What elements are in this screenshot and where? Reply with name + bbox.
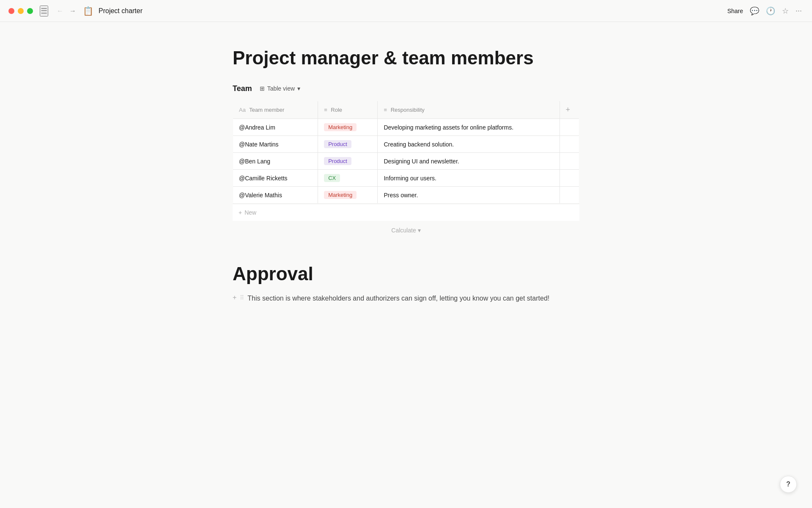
drag-handle: ⠿: [240, 294, 244, 301]
role-tag-4: Marketing: [324, 191, 357, 199]
new-row-button[interactable]: + New: [233, 204, 579, 221]
comment-button[interactable]: 💬: [750, 6, 759, 16]
column-header-role[interactable]: ≡ Role: [318, 101, 378, 119]
column-label-responsibility: Responsibility: [391, 107, 425, 113]
table-row: @Ben Lang Product Designing UI and newsl…: [233, 153, 579, 170]
column-label-role: Role: [331, 107, 342, 113]
table-row: @Andrea Lim Marketing Developing marketi…: [233, 119, 579, 136]
doc-icon: 📋: [83, 6, 93, 16]
role-tag-2: Product: [324, 157, 351, 165]
approval-row: + ⠿ This section is where stakeholders a…: [233, 293, 579, 304]
cell-add-1: [560, 136, 579, 153]
history-button[interactable]: 🕐: [766, 6, 775, 16]
minimize-button[interactable]: [18, 8, 24, 14]
team-label: Team: [233, 84, 252, 93]
new-row-label: New: [244, 209, 256, 216]
help-button[interactable]: ?: [780, 476, 797, 493]
column-header-add: +: [560, 101, 579, 119]
cell-member-0[interactable]: @Andrea Lim: [233, 119, 318, 136]
chevron-down-icon: ▾: [297, 85, 300, 92]
traffic-lights: [8, 8, 33, 14]
cell-role-2[interactable]: Product: [318, 153, 378, 170]
sidebar-toggle-button[interactable]: ☰: [40, 6, 48, 17]
approval-add-button[interactable]: +: [233, 294, 236, 301]
role-tag-0: Marketing: [324, 123, 357, 131]
column-header-member[interactable]: Aa Team member: [233, 101, 318, 119]
role-tag-1: Product: [324, 140, 351, 148]
forward-button[interactable]: →: [68, 6, 78, 16]
cell-responsibility-3[interactable]: Informing our users.: [378, 170, 560, 187]
favorite-button[interactable]: ☆: [782, 6, 789, 16]
view-toggle-button[interactable]: ⊞ Table view ▾: [256, 84, 304, 93]
cell-add-4: [560, 187, 579, 204]
cell-add-2: [560, 153, 579, 170]
titlebar-actions: Share 💬 🕐 ☆ ···: [727, 6, 802, 16]
page-title: Project charter: [99, 7, 143, 15]
cell-role-4[interactable]: Marketing: [318, 187, 378, 204]
main-content: Project manager & team members Team ⊞ Ta…: [216, 22, 596, 329]
cell-member-2[interactable]: @Ben Lang: [233, 153, 318, 170]
cell-responsibility-0[interactable]: Developing marketing assets for online p…: [378, 119, 560, 136]
cell-responsibility-1[interactable]: Creating backend solution.: [378, 136, 560, 153]
calculate-label: Calculate: [391, 227, 416, 234]
cell-role-1[interactable]: Product: [318, 136, 378, 153]
cell-role-0[interactable]: Marketing: [318, 119, 378, 136]
cell-add-3: [560, 170, 579, 187]
table-row: @Valerie Mathis Marketing Press owner.: [233, 187, 579, 204]
table-row: @Camille Ricketts CX Informing our users…: [233, 170, 579, 187]
column-label-member: Team member: [249, 107, 284, 113]
table-icon: ⊞: [260, 85, 265, 92]
page-heading: Project manager & team members: [233, 47, 579, 69]
approval-description: This section is where stakeholders and a…: [247, 293, 549, 304]
maximize-button[interactable]: [27, 8, 33, 14]
table-row: @Nate Martins Product Creating backend s…: [233, 136, 579, 153]
plus-icon: +: [239, 209, 242, 216]
text-icon: Aa: [239, 107, 246, 113]
table-header-row: Aa Team member ≡ Role ≡ Responsibility +: [233, 101, 579, 119]
list-icon: ≡: [324, 107, 327, 113]
cell-role-3[interactable]: CX: [318, 170, 378, 187]
list-icon-2: ≡: [384, 107, 387, 113]
chevron-down-icon-calc: ▾: [418, 227, 421, 234]
more-options-button[interactable]: ···: [796, 6, 802, 15]
cell-add-0: [560, 119, 579, 136]
approval-heading: Approval: [233, 263, 579, 284]
back-button[interactable]: ←: [55, 6, 65, 16]
cell-responsibility-4[interactable]: Press owner.: [378, 187, 560, 204]
view-label: Table view: [267, 85, 295, 92]
cell-member-4[interactable]: @Valerie Mathis: [233, 187, 318, 204]
nav-arrows: ← →: [55, 6, 78, 16]
cell-responsibility-2[interactable]: Designing UI and newsletter.: [378, 153, 560, 170]
add-column-button[interactable]: +: [566, 105, 571, 114]
team-header: Team ⊞ Table view ▾: [233, 84, 579, 93]
role-tag-3: CX: [324, 174, 340, 182]
column-header-responsibility[interactable]: ≡ Responsibility: [378, 101, 560, 119]
share-button[interactable]: Share: [727, 8, 743, 14]
calculate-button[interactable]: Calculate ▾: [233, 221, 579, 240]
cell-member-1[interactable]: @Nate Martins: [233, 136, 318, 153]
close-button[interactable]: [8, 8, 14, 14]
team-table: Aa Team member ≡ Role ≡ Responsibility +…: [233, 101, 579, 204]
titlebar: ☰ ← → 📋 Project charter Share 💬 🕐 ☆ ···: [0, 0, 812, 22]
cell-member-3[interactable]: @Camille Ricketts: [233, 170, 318, 187]
